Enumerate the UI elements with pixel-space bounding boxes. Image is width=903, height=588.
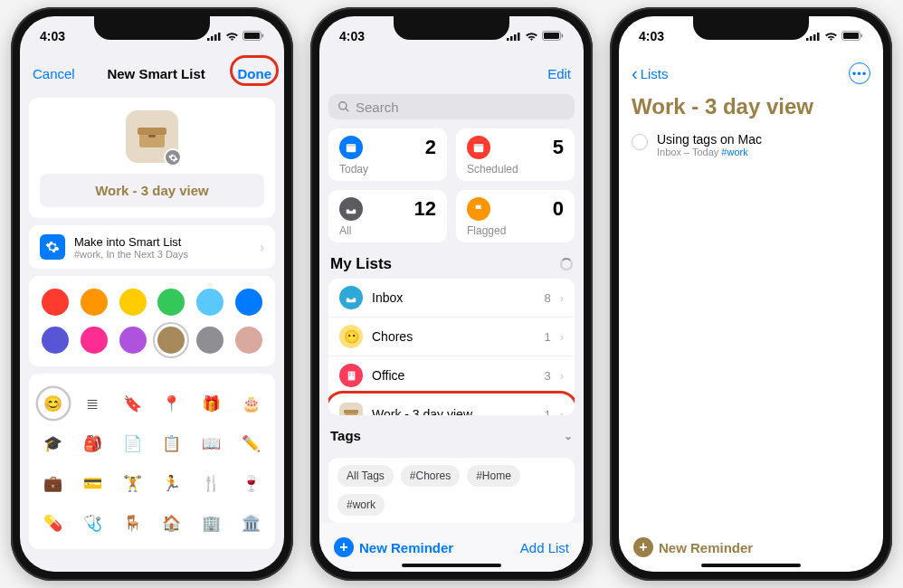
box-icon <box>138 124 166 149</box>
icon-option[interactable]: 💳 <box>77 468 108 498</box>
tile-flagged[interactable]: 0Flagged <box>456 190 575 242</box>
icon-option[interactable]: ≣ <box>77 388 108 419</box>
tags-row: All Tags#Chores#Home#work <box>328 458 575 523</box>
signal-icon <box>806 32 821 41</box>
color-swatch[interactable] <box>42 327 69 354</box>
icon-option[interactable]: 📄 <box>117 428 147 459</box>
icon-option[interactable]: 🍴 <box>195 468 226 498</box>
list-row[interactable]: Work - 3 day view1› <box>328 395 575 415</box>
status-icons <box>207 31 264 42</box>
tile-scheduled[interactable]: 5Scheduled <box>456 128 575 181</box>
svg-rect-11 <box>510 36 513 41</box>
icon-option[interactable]: 🎂 <box>235 388 266 419</box>
cancel-button[interactable]: Cancel <box>33 66 75 81</box>
icon-option[interactable]: 🏛️ <box>235 507 266 538</box>
search-input[interactable]: Search <box>328 94 575 119</box>
edit-button[interactable]: Edit <box>547 66 571 81</box>
plus-circle-icon: + <box>633 537 653 557</box>
icon-option[interactable]: 🎓 <box>38 428 69 459</box>
plus-circle-icon: + <box>334 537 354 557</box>
color-swatch[interactable] <box>81 289 108 316</box>
color-swatch[interactable] <box>81 327 108 354</box>
reminder-subtitle: Inbox – Today #work <box>657 147 762 157</box>
color-swatch[interactable] <box>196 327 223 354</box>
tags-header[interactable]: Tags ⌄ <box>330 428 573 443</box>
list-icon-preview[interactable] <box>126 110 178 163</box>
tile-count: 5 <box>553 136 564 159</box>
tile-label: Scheduled <box>467 163 564 175</box>
tile-label: Today <box>339 163 436 175</box>
svg-rect-15 <box>544 33 559 39</box>
nav-bar: Edit <box>319 56 584 90</box>
reminder-item[interactable]: Using tags on Mac Inbox – Today #work <box>619 132 883 157</box>
color-swatch[interactable] <box>235 289 262 316</box>
color-swatch[interactable] <box>42 289 69 316</box>
icon-option[interactable]: 🩺 <box>77 507 108 538</box>
icon-option[interactable]: 📍 <box>157 388 187 419</box>
icon-option[interactable]: 📖 <box>195 428 226 459</box>
my-lists-label: My Lists <box>330 255 392 273</box>
icon-option[interactable]: 🎁 <box>195 388 226 419</box>
tag-chip[interactable]: All Tags <box>337 465 394 487</box>
icon-option[interactable]: 🎒 <box>77 428 108 459</box>
icon-option[interactable]: 🔖 <box>117 388 147 419</box>
signal-icon <box>207 32 222 41</box>
list-icon <box>339 364 363 387</box>
icon-option[interactable]: 🏃 <box>157 468 187 498</box>
icon-option[interactable]: 💊 <box>38 507 69 538</box>
chevron-right-icon: › <box>560 291 564 305</box>
content: Work - 3 day view Make into Smart List #… <box>20 90 284 572</box>
color-swatch[interactable] <box>119 289 147 316</box>
icon-option[interactable]: 🪑 <box>117 507 147 538</box>
icon-option[interactable]: 📋 <box>157 428 187 459</box>
list-name: Work - 3 day view <box>372 407 472 415</box>
reminder-sub-prefix: Inbox – Today <box>657 147 721 157</box>
icon-option[interactable]: 🏢 <box>195 507 226 538</box>
tile-all[interactable]: 12All <box>328 190 447 242</box>
chevron-right-icon: › <box>560 408 564 415</box>
color-swatch[interactable] <box>235 327 262 354</box>
list-row[interactable]: Inbox8› <box>328 279 575 318</box>
icon-option[interactable]: 😊 <box>38 388 69 419</box>
icon-option[interactable]: 🍷 <box>235 468 266 498</box>
new-reminder-button[interactable]: + New Reminder <box>334 537 453 557</box>
color-swatch[interactable] <box>119 327 147 354</box>
tray-icon <box>339 197 363 221</box>
phone-3: 4:03 ‹ Lists ••• Work - 3 day view Using… <box>610 7 892 581</box>
icon-option[interactable]: ✏️ <box>235 428 266 459</box>
svg-rect-26 <box>352 375 353 375</box>
icon-option[interactable]: 🏠 <box>157 507 187 538</box>
calendar-icon <box>339 136 363 159</box>
make-smart-list-row[interactable]: Make into Smart List #work, In the Next … <box>29 225 275 269</box>
color-swatch[interactable] <box>157 289 185 316</box>
icon-option[interactable]: 🏋️ <box>117 468 147 498</box>
sync-spinner-icon <box>560 258 573 270</box>
back-label: Lists <box>641 66 669 81</box>
more-button[interactable]: ••• <box>849 62 870 84</box>
list-row[interactable]: 😶Chores1› <box>328 318 575 356</box>
list-name-field[interactable]: Work - 3 day view <box>40 174 264 207</box>
tag-chip[interactable]: #Chores <box>401 465 460 487</box>
svg-rect-24 <box>352 373 353 374</box>
icon-option[interactable]: 💼 <box>38 468 69 498</box>
battery-icon <box>242 31 264 42</box>
smart-list-subtitle: #work, In the Next 3 Days <box>74 249 188 260</box>
svg-rect-28 <box>344 410 358 413</box>
tile-today[interactable]: 2Today <box>328 128 447 181</box>
back-button[interactable]: ‹ Lists <box>632 64 669 82</box>
color-picker <box>29 276 275 366</box>
list-name: Chores <box>372 329 413 344</box>
svg-rect-23 <box>349 373 350 374</box>
battery-icon <box>841 31 863 42</box>
new-reminder-button[interactable]: + New Reminder <box>633 537 753 557</box>
done-button[interactable]: Done <box>237 66 271 81</box>
tag-chip[interactable]: #work <box>337 494 385 516</box>
color-swatch[interactable] <box>196 289 223 316</box>
home-indicator <box>701 564 801 567</box>
add-list-button[interactable]: Add List <box>520 540 569 555</box>
complete-radio[interactable] <box>632 134 648 150</box>
list-row[interactable]: Office3› <box>328 356 575 395</box>
svg-rect-12 <box>514 34 517 41</box>
tag-chip[interactable]: #Home <box>467 465 520 487</box>
color-swatch[interactable] <box>157 327 185 354</box>
